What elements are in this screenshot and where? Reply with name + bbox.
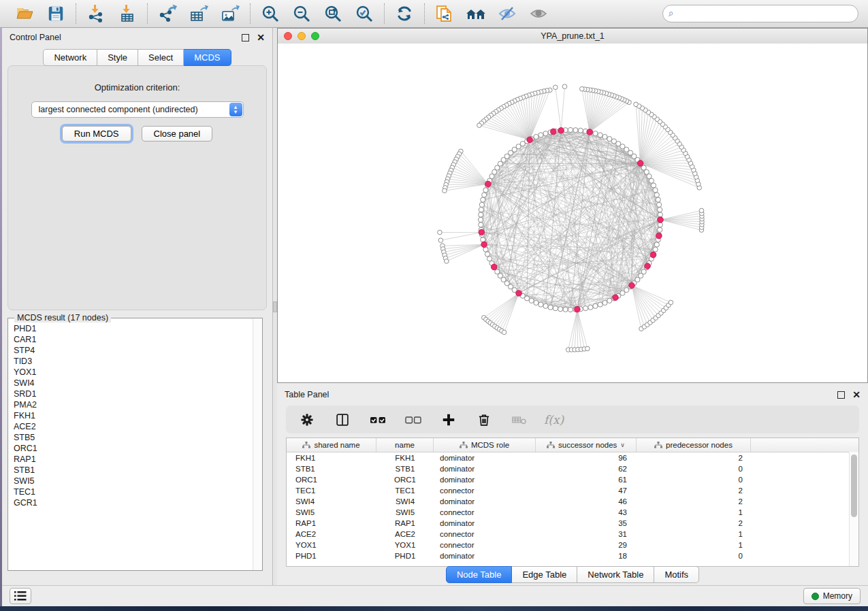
- function-builder-icon[interactable]: f(x): [544, 413, 564, 427]
- import-network-icon[interactable]: [85, 3, 107, 24]
- search-input[interactable]: [662, 5, 858, 22]
- mcds-result-item[interactable]: FKH1: [9, 410, 261, 421]
- mcds-result-item[interactable]: YOX1: [9, 367, 261, 378]
- optimization-criterion-select[interactable]: largest connected component (undirected)…: [31, 101, 244, 118]
- tab-network-table[interactable]: Network Table: [577, 566, 654, 583]
- hide-selected-icon[interactable]: [496, 3, 518, 24]
- maximize-window-icon[interactable]: [311, 32, 319, 40]
- toolbar-separator: [424, 3, 425, 24]
- mcds-result-item[interactable]: TID3: [9, 356, 261, 367]
- network-graph[interactable]: [278, 44, 867, 383]
- optimization-criterion-value: largest connected component (undirected): [39, 105, 198, 114]
- column-header-successor-nodes[interactable]: successor nodes∨: [536, 438, 637, 452]
- tab-motifs[interactable]: Motifs: [654, 566, 699, 583]
- mcds-result-item[interactable]: GCR1: [9, 497, 261, 508]
- close-panel-icon[interactable]: ✕: [852, 390, 861, 399]
- table-toolbar: f(x): [286, 406, 859, 433]
- table-tabs: Node TableEdge TableNetwork TableMotifs: [277, 566, 868, 583]
- mcds-result-item[interactable]: TEC1: [9, 486, 261, 497]
- sort-icon: ∨: [620, 442, 625, 448]
- mcds-result-item[interactable]: STB1: [9, 465, 261, 476]
- refresh-icon[interactable]: [393, 3, 415, 24]
- mcds-result-item[interactable]: STB5: [9, 432, 261, 443]
- memory-button[interactable]: Memory: [803, 588, 861, 604]
- zoom-fit-icon[interactable]: [322, 3, 344, 24]
- columns-icon[interactable]: [332, 409, 353, 431]
- first-neighbors-icon[interactable]: [465, 3, 487, 24]
- search-box: ⌕: [662, 5, 858, 22]
- export-table-icon[interactable]: [188, 3, 210, 24]
- close-panel-icon[interactable]: ✕: [257, 33, 265, 42]
- node-table: shared namenameMCDS rolesuccessor nodes∨…: [286, 437, 859, 567]
- tab-network[interactable]: Network: [43, 49, 97, 66]
- control-panel-tabs: NetworkStyleSelectMCDS: [2, 49, 272, 66]
- toolbar-separator: [384, 3, 385, 24]
- column-header-name[interactable]: name: [376, 438, 434, 452]
- table-row[interactable]: RAP1RAP1dominator352: [287, 518, 858, 529]
- mcds-options-box: Optimization criterion: largest connecte…: [7, 65, 267, 310]
- float-panel-icon[interactable]: [242, 34, 249, 42]
- network-window-titlebar[interactable]: YPA_prune.txt_1: [278, 29, 867, 44]
- mcds-result-list[interactable]: PHD1CAR1STP4TID3YOX1SWI4SRD1PMA2FKH1ACE2…: [9, 319, 261, 569]
- table-row[interactable]: ACE2ACE2connector311: [287, 529, 858, 540]
- table-panel-title: Table Panel: [285, 390, 329, 399]
- settings-gear-icon[interactable]: [296, 409, 318, 431]
- mcds-result-item[interactable]: STP4: [9, 345, 261, 356]
- tab-node-table[interactable]: Node Table: [446, 566, 513, 583]
- mcds-result-item[interactable]: PHD1: [9, 323, 261, 334]
- export-network-icon[interactable]: [157, 3, 178, 24]
- import-table-icon[interactable]: [116, 3, 138, 24]
- mcds-result-item[interactable]: SRD1: [9, 389, 261, 399]
- mcds-result-item[interactable]: CAR1: [9, 334, 261, 345]
- zoom-selected-icon[interactable]: [353, 3, 375, 24]
- table-row[interactable]: FKH1FKH1dominator962: [287, 452, 858, 463]
- select-all-checkboxes-icon[interactable]: [367, 409, 389, 431]
- minimize-window-icon[interactable]: [298, 32, 306, 40]
- run-mcds-button[interactable]: Run MCDS: [62, 126, 131, 142]
- select-stepper-icon: ▲▼: [229, 103, 242, 116]
- close-panel-button[interactable]: Close panel: [142, 126, 213, 142]
- close-window-icon[interactable]: [284, 32, 292, 40]
- zoom-in-icon[interactable]: [259, 3, 281, 24]
- clone-network-icon[interactable]: [434, 3, 455, 24]
- delete-row-icon[interactable]: [473, 409, 495, 431]
- table-row[interactable]: PHD1PHD1dominator180: [287, 550, 858, 561]
- table-row[interactable]: STB1STB1dominator620: [287, 463, 858, 474]
- mcds-result-item[interactable]: SWI5: [9, 476, 261, 486]
- table-scrollbar[interactable]: [849, 452, 858, 566]
- deselect-all-checkboxes-icon[interactable]: [402, 409, 424, 431]
- task-history-button[interactable]: [10, 588, 31, 604]
- tab-edge-table[interactable]: Edge Table: [512, 566, 577, 583]
- table-row[interactable]: ORC1ORC1dominator610: [287, 474, 858, 485]
- add-row-icon[interactable]: [438, 409, 460, 431]
- export-image-icon[interactable]: [219, 3, 241, 24]
- open-session-icon[interactable]: [14, 3, 35, 24]
- mcds-result-item[interactable]: ORC1: [9, 443, 261, 454]
- mcds-result-item[interactable]: RAP1: [9, 454, 261, 465]
- table-row[interactable]: TEC1TEC1connector472: [287, 485, 858, 496]
- mcds-result-scrollbar[interactable]: [253, 318, 262, 570]
- table-row[interactable]: SWI4SWI4dominator462: [287, 496, 858, 507]
- column-header-MCDS-role[interactable]: MCDS role: [434, 438, 536, 452]
- memory-status-icon: [811, 593, 819, 600]
- table-panel: Table Panel ✕ f(x) shared namenameMCD: [277, 385, 868, 585]
- mcds-result-item[interactable]: SWI4: [9, 378, 261, 389]
- table-scrollbar-thumb[interactable]: [851, 455, 857, 517]
- tab-select[interactable]: Select: [138, 49, 184, 66]
- mcds-result-item[interactable]: PMA2: [9, 399, 261, 410]
- control-panel: Control Panel ✕ NetworkStyleSelectMCDS O…: [2, 28, 273, 585]
- float-panel-icon[interactable]: [837, 391, 845, 399]
- control-panel-title: Control Panel: [10, 33, 61, 42]
- tab-style[interactable]: Style: [97, 49, 138, 66]
- table-row[interactable]: SWI5SWI5connector431: [287, 507, 858, 518]
- delete-table-icon[interactable]: [509, 409, 530, 431]
- table-row[interactable]: YOX1YOX1connector291: [287, 540, 858, 550]
- save-session-icon[interactable]: [45, 3, 67, 24]
- column-header-shared-name[interactable]: shared name: [287, 438, 376, 452]
- network-canvas[interactable]: [278, 44, 867, 382]
- column-header-predecessor-nodes[interactable]: predecessor nodes: [637, 438, 751, 452]
- show-all-icon[interactable]: [528, 3, 549, 24]
- zoom-out-icon[interactable]: [291, 3, 312, 24]
- tab-mcds[interactable]: MCDS: [184, 49, 231, 66]
- mcds-result-item[interactable]: ACE2: [9, 421, 261, 432]
